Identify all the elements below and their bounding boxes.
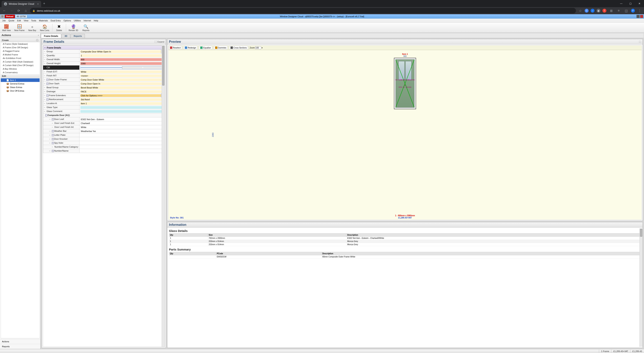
prop-input[interactable] xyxy=(80,126,164,128)
menu-quote[interactable]: Quote xyxy=(7,19,16,22)
browser-menu-button[interactable]: ⋮ xyxy=(637,8,642,14)
tree-item-item-1[interactable]: 📄Item 1 xyxy=(1,78,40,82)
sidebar-create-header[interactable]: Create xyxy=(1,38,40,42)
prop-input[interactable] xyxy=(80,106,164,109)
create-a-frame-one-off-design-[interactable]: A Frame (One Off Design) xyxy=(1,46,40,49)
prop-input[interactable] xyxy=(80,86,164,89)
sidebar-footer-actions[interactable]: Actions xyxy=(0,339,40,344)
expand-icon[interactable]: + xyxy=(52,150,54,152)
nav-reload-button[interactable]: ⟳ xyxy=(16,8,21,14)
menu-view[interactable]: View xyxy=(22,19,30,22)
expand-icon[interactable]: + xyxy=(52,142,54,144)
reports-button[interactable]: 🔍Reports xyxy=(80,23,92,32)
prop-input[interactable] xyxy=(80,110,164,113)
expand-icon[interactable]: + xyxy=(52,138,54,140)
create-a-conservatory[interactable]: A Conservatory xyxy=(1,71,40,74)
extensions-button[interactable]: ⊞ xyxy=(608,8,614,14)
prop-value[interactable] xyxy=(80,70,165,74)
nav-back-button[interactable]: ← xyxy=(2,8,7,14)
profile-avatar[interactable]: P xyxy=(631,9,635,13)
prop-value[interactable] xyxy=(80,145,165,149)
create-a-curtain-wall-style-database-[interactable]: A Curtain Wall (Style Database) xyxy=(1,60,40,64)
create-an-exhibition-front[interactable]: An Exhibition Front xyxy=(1,56,40,60)
prop-value[interactable] xyxy=(80,74,165,78)
ext-icon-4[interactable]: T xyxy=(602,9,606,13)
menu-options[interactable]: Options xyxy=(62,19,72,22)
prop-value[interactable] xyxy=(80,62,165,66)
app-minimize-button[interactable] xyxy=(636,15,640,18)
expand-icon[interactable]: + xyxy=(46,94,48,96)
prop-input[interactable] xyxy=(80,138,164,140)
menu-edit[interactable]: Edit xyxy=(16,19,22,22)
prop-value[interactable] xyxy=(80,106,165,110)
new-tab-button[interactable]: + xyxy=(41,2,47,6)
prop-value[interactable] xyxy=(80,149,165,153)
create-a-bay-window[interactable]: A Bay Window xyxy=(1,67,40,71)
prop-input[interactable] xyxy=(80,90,164,93)
tree-item-general-extras[interactable]: 📦General Extras xyxy=(1,82,40,86)
prop-input[interactable] xyxy=(80,54,164,57)
preview-equalise-button[interactable]: Equalise xyxy=(199,46,212,50)
tab-reports[interactable]: Reports xyxy=(71,34,85,38)
preview-redesign-button[interactable]: Redesign xyxy=(184,46,197,50)
prop-value[interactable] xyxy=(80,117,165,121)
prop-value[interactable] xyxy=(80,137,165,141)
ext-icon-3[interactable]: ◧ xyxy=(596,9,600,13)
expand-icon[interactable]: + xyxy=(52,134,54,136)
info-scrollbar[interactable] xyxy=(640,228,642,347)
prop-input[interactable] xyxy=(80,98,164,101)
tab-3d[interactable]: 3D xyxy=(62,34,70,38)
expand-icon[interactable]: + xyxy=(46,79,48,81)
prop-input[interactable] xyxy=(80,70,164,73)
prop-value[interactable] xyxy=(80,102,165,106)
prop-value[interactable] xyxy=(80,58,165,62)
prop-value[interactable] xyxy=(80,129,165,133)
sidebar-collapse-icon[interactable]: ‹ xyxy=(38,34,39,36)
prop-value[interactable]: ▾ xyxy=(80,66,165,70)
prop-value[interactable] xyxy=(80,133,165,137)
prop-input[interactable] xyxy=(80,130,164,132)
expand-icon[interactable]: + xyxy=(52,130,54,132)
collapse-icon[interactable]: − xyxy=(45,114,47,116)
window-minimize-button[interactable]: — xyxy=(617,0,626,7)
zoom-dropdown-icon[interactable]: ▾ xyxy=(262,47,262,49)
new-frame-button[interactable]: 🪟New Frame xyxy=(13,23,26,32)
sidebar-footer-reports[interactable]: Reports xyxy=(0,344,40,349)
prop-input[interactable] xyxy=(80,78,164,81)
prop-input[interactable] xyxy=(80,146,164,148)
ext-icon-2[interactable]: ✓ xyxy=(590,9,594,13)
menu-dual-entry[interactable]: Dual Entry xyxy=(49,19,62,22)
new-cons-button[interactable]: 🏠New Cons. xyxy=(38,23,51,32)
prop-input[interactable] xyxy=(80,62,164,65)
menu-internet[interactable]: Internet xyxy=(82,19,92,22)
tab-frame-details[interactable]: Frame Details xyxy=(41,34,61,38)
section-toggle-icon[interactable] xyxy=(36,39,38,41)
prop-input[interactable] xyxy=(80,122,164,125)
zoom-input[interactable] xyxy=(255,46,261,49)
prop-value[interactable]: … xyxy=(80,50,165,54)
create-a-mulled-frame[interactable]: A Mulled Frame xyxy=(1,53,40,56)
prop-value[interactable] xyxy=(80,90,165,94)
prop-value[interactable] xyxy=(80,110,165,114)
prop-input[interactable] xyxy=(80,102,164,105)
menu-job[interactable]: Job xyxy=(1,19,7,22)
expand-icon[interactable]: + xyxy=(46,98,48,100)
delete-button[interactable]: ✖Delete xyxy=(54,23,65,32)
app-hamburger-button[interactable] xyxy=(0,15,4,18)
window-close-button[interactable]: ✕ xyxy=(635,0,644,7)
reading-list-icon[interactable]: ≡ xyxy=(616,8,622,14)
scrollbar[interactable] xyxy=(162,46,165,347)
prop-value[interactable] xyxy=(80,82,165,86)
app-reload-button[interactable]: Reload xyxy=(5,15,15,18)
menu-materials[interactable]: Materials xyxy=(38,19,49,22)
prop-value[interactable] xyxy=(80,141,165,145)
prop-input[interactable] xyxy=(80,94,164,97)
menu-help[interactable]: Help xyxy=(92,19,100,22)
section-collapse-icon[interactable]: − xyxy=(44,46,46,49)
bookmark-star-icon[interactable]: ☆ xyxy=(578,8,583,14)
prop-value[interactable] xyxy=(80,54,165,58)
url-bar[interactable]: 🔒 demo.wdcloud.co.uk xyxy=(30,8,576,14)
tree-item-one-off-extras[interactable]: 📦One Off Extras xyxy=(1,89,40,92)
create-a-curtain-wall-one-off-design-[interactable]: A Curtain Wall (One Off Design) xyxy=(1,64,40,67)
prop-value[interactable]: … xyxy=(80,94,165,98)
